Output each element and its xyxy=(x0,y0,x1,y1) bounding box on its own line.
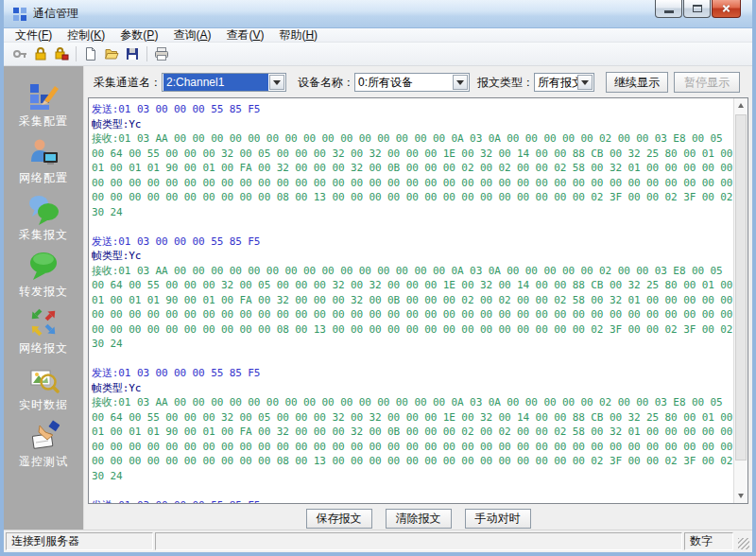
log-line: 发送:01 03 00 00 00 55 85 F5 xyxy=(92,235,733,250)
resize-grip[interactable] xyxy=(735,532,750,550)
log-line: 30 24 xyxy=(92,337,733,352)
lock-button[interactable] xyxy=(30,44,51,64)
status-spacer xyxy=(155,532,682,550)
manual-time-sync-button[interactable]: 手动对时 xyxy=(465,509,531,529)
maximize-button[interactable] xyxy=(683,0,711,18)
footer-buttons: 保存报文 清除报文 手动对时 xyxy=(84,507,752,530)
new-file-icon xyxy=(83,46,98,61)
maximize-icon xyxy=(693,5,702,12)
device-value: 0:所有设备 xyxy=(355,74,453,91)
log-line: 00 64 00 55 00 00 00 32 00 05 00 00 00 3… xyxy=(92,410,733,426)
menu-help[interactable]: 帮助(H) xyxy=(271,28,325,43)
main-area: 采集配置 网络配置 xyxy=(4,66,752,530)
chevron-down-icon[interactable] xyxy=(269,75,284,90)
log-line: 发送:01 03 00 00 00 55 85 F5 xyxy=(92,102,733,117)
clear-message-button[interactable]: 清除报文 xyxy=(386,509,452,529)
sidebar-item-label: 网络报文 xyxy=(19,340,68,356)
sidebar-item-label: 网络配置 xyxy=(19,170,68,186)
unlock-icon xyxy=(54,46,69,61)
device-select[interactable]: 0:所有设备 xyxy=(354,73,470,92)
log-line: 30 24 xyxy=(92,469,733,484)
type-select[interactable]: 所有报文 xyxy=(534,73,594,92)
scrollbar-thumb[interactable] xyxy=(735,114,747,460)
log-line: 01 00 01 01 90 00 01 00 FA 00 32 00 00 0… xyxy=(92,293,733,308)
chevron-down-icon[interactable] xyxy=(453,75,468,90)
print-button[interactable] xyxy=(151,44,172,64)
log-line: 01 00 01 01 90 00 01 00 FA 00 32 00 00 0… xyxy=(92,425,733,440)
channel-value: 2:Channel1 xyxy=(163,74,268,91)
sidebar-item-network-config[interactable]: 网络配置 xyxy=(4,132,83,189)
sidebar-item-remote-test[interactable]: 遥控测试 xyxy=(4,416,83,473)
vertical-scrollbar[interactable] xyxy=(733,98,747,503)
log-blank-line xyxy=(92,352,733,367)
log-blank-line xyxy=(92,483,733,498)
channel-select[interactable]: 2:Channel1 xyxy=(162,73,286,92)
toolbar-separator xyxy=(76,46,77,61)
menu-control[interactable]: 控制(K) xyxy=(60,28,112,43)
chevron-down-icon[interactable] xyxy=(577,75,593,90)
key-icon xyxy=(12,46,27,61)
sidebar-item-label: 实时数据 xyxy=(19,397,68,413)
numlock-indicator: 数字 xyxy=(684,532,733,550)
log-line: 00 00 00 00 00 00 00 00 00 00 08 00 13 0… xyxy=(92,454,733,469)
log-line: 00 00 00 00 00 00 00 00 00 00 08 00 13 0… xyxy=(92,322,733,338)
sidebar-item-forward-message[interactable]: 转发报文 xyxy=(4,246,83,303)
log-line: 发送:01 03 00 00 00 55 85 F5 xyxy=(92,366,733,381)
sidebar-item-capture-message[interactable]: 采集报文 xyxy=(4,189,83,246)
message-log-frame: 发送:01 03 00 00 00 55 85 F5帧类型:Yc接收:01 03… xyxy=(88,97,748,504)
sidebar: 采集配置 网络配置 xyxy=(4,66,83,530)
save-message-button[interactable]: 保存报文 xyxy=(306,509,372,529)
network-message-icon xyxy=(27,306,60,339)
network-config-icon xyxy=(27,136,60,168)
device-label: 设备名称： xyxy=(298,75,354,91)
close-button[interactable] xyxy=(712,0,741,18)
type-value: 所有报文 xyxy=(535,74,577,91)
print-icon xyxy=(154,46,169,61)
sidebar-item-label: 遥控测试 xyxy=(19,454,68,470)
sidebar-item-capture-config[interactable]: 采集配置 xyxy=(4,76,83,132)
save-icon xyxy=(125,46,140,61)
minimize-button[interactable] xyxy=(655,0,682,18)
toolbar-separator xyxy=(146,46,147,61)
unlock-button[interactable] xyxy=(51,44,72,64)
open-folder-button[interactable] xyxy=(101,44,122,64)
menu-view[interactable]: 查看(V) xyxy=(218,28,271,43)
sidebar-item-realtime-data[interactable]: 实时数据 xyxy=(4,359,83,416)
log-line: 00 00 00 00 00 00 00 00 00 00 00 00 00 0… xyxy=(92,176,733,191)
lock-icon xyxy=(33,46,48,61)
log-line: 接收:01 03 AA 00 00 00 00 00 00 00 00 00 0… xyxy=(92,131,733,147)
minimize-icon xyxy=(664,10,674,13)
sidebar-item-network-message[interactable]: 网络报文 xyxy=(4,303,83,359)
menu-query[interactable]: 查询(A) xyxy=(165,28,218,43)
log-line: 30 24 xyxy=(92,205,733,220)
menu-params[interactable]: 参数(P) xyxy=(112,28,165,43)
save-button[interactable] xyxy=(122,44,143,64)
type-label: 报文类型： xyxy=(477,75,534,91)
realtime-data-icon xyxy=(27,363,60,395)
remote-test-icon xyxy=(27,420,60,452)
capture-message-icon xyxy=(27,193,60,225)
pause-display-button: 暂停显示 xyxy=(674,72,740,93)
window-title: 通信管理 xyxy=(33,6,78,22)
message-log[interactable]: 发送:01 03 00 00 00 55 85 F5帧类型:Yc接收:01 03… xyxy=(89,98,733,503)
key-button[interactable] xyxy=(9,44,30,64)
scroll-up-icon[interactable] xyxy=(734,98,747,113)
continue-display-button[interactable]: 继续显示 xyxy=(606,72,668,93)
channel-label: 采集通道名： xyxy=(94,75,162,91)
log-blank-line xyxy=(92,219,733,235)
log-line: 帧类型:Yc xyxy=(92,381,733,396)
log-line: 00 00 00 00 00 00 00 00 00 00 00 00 00 0… xyxy=(92,307,733,322)
capture-config-icon xyxy=(27,79,60,112)
close-icon xyxy=(721,4,731,14)
new-file-button[interactable] xyxy=(80,44,101,64)
forward-message-icon xyxy=(27,250,60,282)
app-window: 通信管理 文件(F) 控制(K) 参数(P) 查询(A) 查看(V) 帮助(H) xyxy=(0,0,756,556)
log-line: 接收:01 03 AA 00 00 00 00 00 00 00 00 00 0… xyxy=(92,395,733,410)
scroll-down-icon[interactable] xyxy=(734,488,747,503)
message-panel: 采集通道名： 2:Channel1 设备名称： 0:所有设备 报文类型： 所有报… xyxy=(83,66,752,530)
log-line: 01 00 01 01 90 00 01 00 FA 00 32 00 00 0… xyxy=(92,161,733,176)
menu-file[interactable]: 文件(F) xyxy=(8,28,60,43)
log-line: 00 64 00 55 00 00 00 32 00 05 00 00 00 3… xyxy=(92,278,733,293)
title-bar[interactable]: 通信管理 xyxy=(4,0,752,28)
sidebar-item-label: 采集报文 xyxy=(19,227,68,243)
